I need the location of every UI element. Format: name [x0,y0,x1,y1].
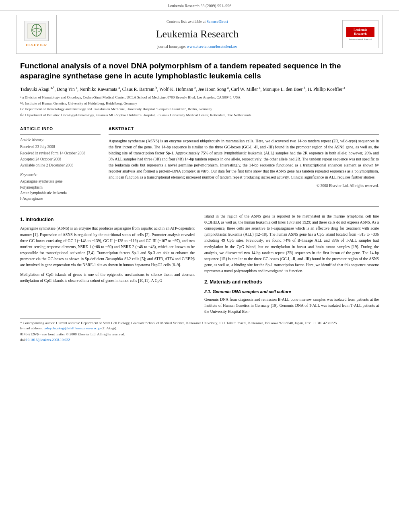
journal-homepage: journal homepage: www.elsevier.com/locat… [65,44,330,49]
subsection-heading: 2.1. Genomic DNA samples and cell cultur… [204,289,379,295]
elsevier-graphic [25,21,49,41]
keywords-label: Keywords: [20,172,101,178]
elsevier-logo-section: ELSEVIER [16,15,57,53]
logo-desc: International Journal [348,38,373,42]
contents-line: Contents lists available at ScienceDirec… [65,19,330,25]
citation-bar: Leukemia Research 33 (2009) 991–996 [0,0,399,11]
accepted-date: Accepted 24 October 2008 [20,157,101,162]
bottom-divider [20,318,101,319]
keyword-2: Polymorphism [20,185,101,190]
methods-number: 2. [204,279,208,285]
article-info-col: Article Info Article history: Received 2… [20,126,101,202]
journal-header: ELSEVIER Contents lists available at Sci… [16,15,383,54]
doi-link[interactable]: 10.1016/j.leukres.2008.10.022 [26,338,70,342]
methods-title: Materials and methods [210,279,262,285]
license-line: 0145-2126/$ – see front matter © 2008 El… [20,332,379,337]
logo-title: LeukemiaResearch [348,28,373,36]
star-footnote: * Corresponding author. Current address:… [20,320,379,326]
affiliation-a: a a Division of Hematology and Oncology,… [20,95,379,101]
intro-heading: 1. Introduction [20,216,195,223]
intro-title: Introduction [25,217,53,222]
intro-para-1: Asparagine synthetase (ASNS) is an enzym… [20,225,195,268]
methods-text: Genomic DNA from diagnosis and remission… [204,296,379,315]
info-abstract-section: Article Info Article history: Received 2… [20,126,379,202]
available-date: Available online 2 December 2008 [20,163,101,168]
divider-2 [20,206,379,207]
journal-title-section: Contents lists available at ScienceDirec… [57,15,338,53]
subsec-number: 2.1. [204,289,212,294]
intro-number: 1. [20,217,24,222]
intro-para-2: Methylation of CpG islands of genes is o… [20,271,195,283]
info-divider [20,134,101,135]
page: Leukemia Research 33 (2009) 991–996 ELSE… [0,0,399,532]
sciencedirect-link[interactable]: ScienceDirect [207,20,228,24]
abstract-divider [109,134,379,135]
right-col-intro-cont: island in the region of the ASNS gene is… [204,213,379,274]
body-col-left: 1. Introduction Asparagine synthetase (A… [20,213,195,315]
article-content: Functional analysis of a novel DNA polym… [0,61,399,314]
doi-line: doi:10.1016/j.leukres.2008.10.022 [20,337,379,343]
contents-text: Contents lists available at [167,20,206,24]
logo-red-box: LeukemiaResearch [346,27,374,37]
affiliation-c: c c Department of Hematology and Oncolog… [20,107,379,112]
subsec-title: Genomic DNA samples and cell culture [212,289,291,294]
body-col-right: island in the region of the ASNS gene is… [204,213,379,315]
journal-title: Leukemia Research [65,27,330,41]
divider-1 [20,122,379,122]
authors: Tadayuki Akagi a,*, Dong Yin a, Norihiko… [20,86,379,92]
homepage-link[interactable]: www.elsevier.com/locate/leukres [187,45,237,49]
methods-heading: 2. Materials and methods [204,279,379,286]
keyword-3: Acute lymphoblastic leukemia [20,191,101,196]
email-footnote: E-mail address: tadayuki.akagi@staff.kan… [20,326,379,331]
abstract-col: ABSTRACT Asparagine synthetase (ASNS) is… [109,126,379,202]
keyword-1: Asparagine synthetase gene [20,179,101,184]
affiliation-d: d d Department of Pediatric Oncology/Hem… [20,113,379,118]
affiliation-b: b b Institute of Human Genetics, Univers… [20,101,379,107]
affiliations: a a Division of Hematology and Oncology,… [20,95,379,118]
article-info-label: Article Info [20,126,101,132]
article-title: Functional analysis of a novel DNA polym… [20,61,379,81]
received-date: Received 23 July 2008 [20,144,101,150]
abstract-label: ABSTRACT [109,126,379,132]
abstract-text: Asparagine synthetase (ASNS) is an enzym… [109,138,379,180]
email-link[interactable]: tadayuki.akagi@staff.kanazawa-u.ac.jp [43,326,101,330]
homepage-text: journal homepage: [157,45,186,49]
elsevier-label: ELSEVIER [26,43,47,48]
footnote-section: * Corresponding author. Current address:… [0,318,399,342]
copyright: © 2008 Elsevier Ltd. All rights reserved… [109,183,379,189]
body-section: 1. Introduction Asparagine synthetase (A… [20,213,379,315]
article-history-label: Article history: [20,137,101,143]
keyword-4: l-Asparaginase [20,196,101,201]
journal-logo-box: LeukemiaResearch International Journal [342,20,378,48]
journal-logo-right: LeukemiaResearch International Journal [338,15,383,53]
revised-date: Received in revised form 14 October 2008 [20,151,101,156]
authors-text: Tadayuki Akagi a,*, Dong Yin a, Norihiko… [20,87,345,92]
citation-text: Leukemia Research 33 (2009) 991–996 [168,4,231,8]
